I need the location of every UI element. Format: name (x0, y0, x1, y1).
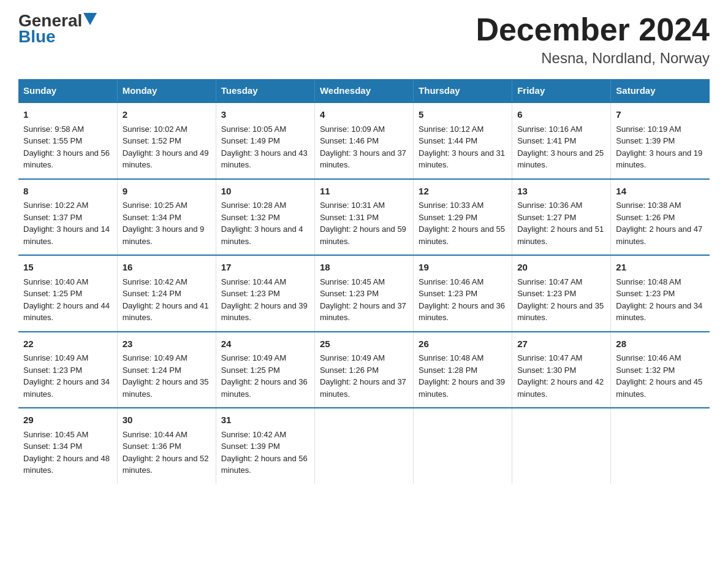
day-sunset: Sunset: 1:32 PM (616, 366, 675, 375)
day-number: 3 (221, 108, 309, 122)
day-cell: 7 Sunrise: 10:19 AM Sunset: 1:39 PM Dayl… (611, 102, 710, 179)
day-sunrise: Sunrise: 10:40 AM (23, 277, 88, 286)
day-sunset: Sunset: 1:26 PM (616, 213, 675, 222)
day-cell: 31 Sunrise: 10:42 AM Sunset: 1:39 PM Day… (216, 408, 314, 484)
day-number: 8 (23, 185, 112, 199)
day-number: 22 (23, 337, 112, 351)
day-sunrise: Sunrise: 9:58 AM (23, 124, 84, 134)
day-daylight: Daylight: 2 hours and 35 minutes. (123, 377, 209, 399)
day-cell: 27 Sunrise: 10:47 AM Sunset: 1:30 PM Day… (512, 332, 611, 408)
day-cell: 16 Sunrise: 10:42 AM Sunset: 1:24 PM Day… (117, 255, 216, 332)
calendar-header-row: SundayMondayTuesdayWednesdayThursdayFrid… (18, 79, 710, 102)
day-sunset: Sunset: 1:44 PM (419, 136, 477, 145)
title-block: December 2024 Nesna, Nordland, Norway (476, 12, 710, 67)
week-row-5: 29 Sunrise: 10:45 AM Sunset: 1:34 PM Day… (18, 408, 710, 484)
day-cell: 18 Sunrise: 10:45 AM Sunset: 1:23 PM Day… (314, 255, 413, 332)
day-cell: 21 Sunrise: 10:48 AM Sunset: 1:23 PM Day… (611, 255, 710, 332)
week-row-3: 15 Sunrise: 10:40 AM Sunset: 1:25 PM Day… (18, 255, 710, 332)
day-sunset: Sunset: 1:32 PM (221, 213, 280, 222)
day-daylight: Daylight: 2 hours and 39 minutes. (221, 301, 308, 323)
day-sunset: Sunset: 1:36 PM (123, 442, 181, 451)
day-daylight: Daylight: 3 hours and 43 minutes. (221, 148, 308, 170)
day-sunset: Sunset: 1:52 PM (123, 136, 181, 145)
day-number: 5 (419, 108, 507, 122)
day-cell (611, 408, 710, 484)
day-cell: 9 Sunrise: 10:25 AM Sunset: 1:34 PM Dayl… (117, 179, 216, 256)
day-daylight: Daylight: 3 hours and 56 minutes. (23, 148, 110, 170)
day-cell: 24 Sunrise: 10:49 AM Sunset: 1:25 PM Day… (216, 332, 314, 408)
day-sunrise: Sunrise: 10:45 AM (320, 277, 385, 286)
week-row-2: 8 Sunrise: 10:22 AM Sunset: 1:37 PM Dayl… (18, 179, 710, 256)
day-sunrise: Sunrise: 10:09 AM (320, 124, 385, 134)
page-header: General Blue December 2024 Nesna, Nordla… (18, 12, 710, 67)
day-sunrise: Sunrise: 10:38 AM (616, 201, 681, 210)
day-sunrise: Sunrise: 10:48 AM (419, 353, 483, 362)
day-cell: 15 Sunrise: 10:40 AM Sunset: 1:25 PM Day… (18, 255, 117, 332)
day-sunset: Sunset: 1:28 PM (419, 366, 477, 375)
day-daylight: Daylight: 2 hours and 45 minutes. (616, 377, 702, 399)
day-sunset: Sunset: 1:39 PM (616, 136, 675, 145)
day-number: 12 (419, 185, 507, 199)
day-number: 2 (123, 108, 211, 122)
svg-marker-0 (83, 13, 97, 25)
day-sunrise: Sunrise: 10:25 AM (123, 201, 188, 210)
day-daylight: Daylight: 3 hours and 49 minutes. (123, 148, 209, 170)
day-number: 6 (517, 108, 605, 122)
day-sunrise: Sunrise: 10:05 AM (221, 124, 286, 134)
day-sunset: Sunset: 1:23 PM (616, 289, 675, 298)
day-number: 14 (616, 185, 705, 199)
day-daylight: Daylight: 2 hours and 35 minutes. (517, 301, 604, 323)
day-sunrise: Sunrise: 10:19 AM (616, 124, 681, 134)
day-sunrise: Sunrise: 10:28 AM (221, 201, 286, 210)
day-cell: 29 Sunrise: 10:45 AM Sunset: 1:34 PM Day… (18, 408, 117, 484)
day-sunset: Sunset: 1:49 PM (221, 136, 280, 145)
day-number: 1 (23, 108, 112, 122)
day-cell: 8 Sunrise: 10:22 AM Sunset: 1:37 PM Dayl… (18, 179, 117, 256)
day-sunset: Sunset: 1:41 PM (517, 136, 576, 145)
day-daylight: Daylight: 2 hours and 51 minutes. (517, 224, 604, 246)
day-sunrise: Sunrise: 10:49 AM (23, 353, 88, 362)
day-cell: 4 Sunrise: 10:09 AM Sunset: 1:46 PM Dayl… (314, 102, 413, 179)
day-sunset: Sunset: 1:24 PM (123, 289, 181, 298)
day-number: 23 (123, 337, 211, 351)
day-number: 4 (320, 108, 408, 122)
header-thursday: Thursday (414, 79, 512, 102)
day-number: 13 (517, 185, 605, 199)
day-sunrise: Sunrise: 10:02 AM (123, 124, 188, 134)
day-daylight: Daylight: 3 hours and 14 minutes. (23, 224, 110, 246)
calendar-table: SundayMondayTuesdayWednesdayThursdayFrid… (18, 79, 710, 484)
day-number: 11 (320, 185, 408, 199)
day-daylight: Daylight: 3 hours and 37 minutes. (320, 148, 406, 170)
header-saturday: Saturday (611, 79, 710, 102)
day-number: 7 (616, 108, 705, 122)
day-sunset: Sunset: 1:27 PM (517, 213, 576, 222)
day-daylight: Daylight: 2 hours and 42 minutes. (517, 377, 604, 399)
day-sunset: Sunset: 1:34 PM (23, 442, 82, 451)
day-daylight: Daylight: 2 hours and 55 minutes. (419, 224, 505, 246)
day-cell: 25 Sunrise: 10:49 AM Sunset: 1:26 PM Day… (314, 332, 413, 408)
day-cell: 30 Sunrise: 10:44 AM Sunset: 1:36 PM Day… (117, 408, 216, 484)
day-cell: 6 Sunrise: 10:16 AM Sunset: 1:41 PM Dayl… (512, 102, 611, 179)
day-cell: 2 Sunrise: 10:02 AM Sunset: 1:52 PM Dayl… (117, 102, 216, 179)
day-sunrise: Sunrise: 10:16 AM (517, 124, 582, 134)
week-row-1: 1 Sunrise: 9:58 AM Sunset: 1:55 PM Dayli… (18, 102, 710, 179)
day-cell: 14 Sunrise: 10:38 AM Sunset: 1:26 PM Day… (611, 179, 710, 256)
day-sunrise: Sunrise: 10:46 AM (616, 353, 681, 362)
day-sunset: Sunset: 1:23 PM (419, 289, 477, 298)
day-sunset: Sunset: 1:37 PM (23, 213, 82, 222)
day-cell: 19 Sunrise: 10:46 AM Sunset: 1:23 PM Day… (414, 255, 512, 332)
day-cell: 5 Sunrise: 10:12 AM Sunset: 1:44 PM Dayl… (414, 102, 512, 179)
day-sunrise: Sunrise: 10:47 AM (517, 277, 582, 286)
day-sunset: Sunset: 1:29 PM (419, 213, 477, 222)
day-number: 18 (320, 261, 408, 275)
header-sunday: Sunday (18, 79, 117, 102)
day-daylight: Daylight: 2 hours and 48 minutes. (23, 454, 110, 475)
day-sunset: Sunset: 1:39 PM (221, 442, 280, 451)
day-daylight: Daylight: 2 hours and 37 minutes. (320, 377, 406, 399)
day-cell (414, 408, 512, 484)
day-cell: 3 Sunrise: 10:05 AM Sunset: 1:49 PM Dayl… (216, 102, 314, 179)
day-cell: 20 Sunrise: 10:47 AM Sunset: 1:23 PM Day… (512, 255, 611, 332)
day-sunset: Sunset: 1:23 PM (221, 289, 280, 298)
header-friday: Friday (512, 79, 611, 102)
day-sunrise: Sunrise: 10:31 AM (320, 201, 385, 210)
